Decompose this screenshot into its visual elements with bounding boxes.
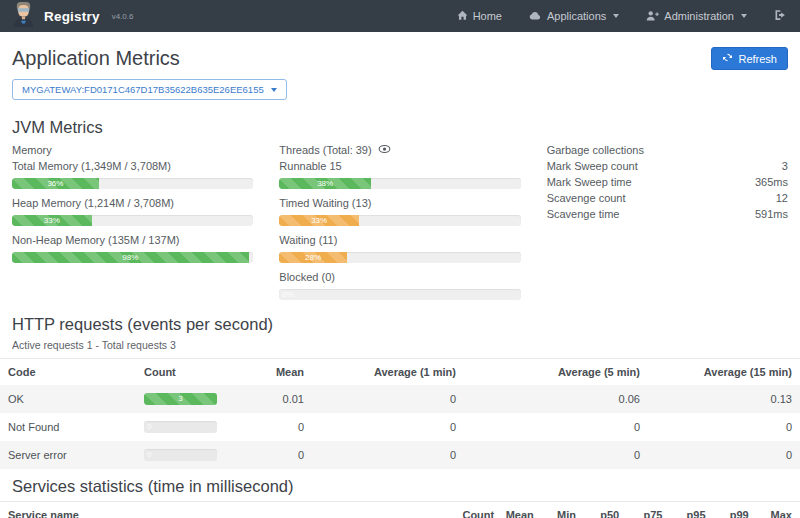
instance-selector-label: MYGATEWAY:FD0171C467D17B35622B635E26EE61… <box>22 84 264 95</box>
jvm-metrics-title: JVM Metrics <box>12 118 788 137</box>
threads-title-label: Threads (Total: 39) <box>279 142 371 158</box>
brand-name: Registry <box>44 9 100 24</box>
metric-label: Total Memory (1,349M / 3,708M) <box>12 159 253 174</box>
gc-label: Mark Sweep time <box>547 174 632 190</box>
services-table-header-row: Service name Count Mean Min p50 p75 p95 … <box>0 502 800 518</box>
col-header-service-name: Service name <box>0 502 454 518</box>
col-header-p75: p75 <box>627 502 670 518</box>
timed-waiting-bar: 33% <box>279 215 359 226</box>
progress-track: 33% <box>279 215 520 226</box>
count-bar: 0 <box>144 421 147 433</box>
gc-value: 365ms <box>755 174 788 190</box>
col-header-p99: p99 <box>714 502 757 518</box>
count-bar: 0 <box>144 449 147 461</box>
gc-value: 591ms <box>755 206 788 222</box>
brand[interactable]: Registry v4.0.6 <box>12 2 133 31</box>
col-header-mean: Mean <box>256 359 312 386</box>
http-code: Server error <box>0 441 136 469</box>
instance-selector-dropdown[interactable]: MYGATEWAY:FD0171C467D17B35622B635E26EE61… <box>12 79 287 100</box>
nav-home[interactable]: Home <box>457 10 502 23</box>
col-header-avg5: Average (5 min) <box>464 359 648 386</box>
page-title: Application Metrics <box>12 47 180 70</box>
chevron-down-icon <box>613 14 619 18</box>
col-header-min: Min <box>541 502 584 518</box>
cloud-icon <box>529 10 542 23</box>
gc-label: Scavenge time <box>547 206 620 222</box>
http-avg1: 0 <box>312 441 464 469</box>
brand-version: v4.0.6 <box>112 12 134 21</box>
sign-out-icon <box>774 9 786 23</box>
gc-column: Garbage collections Mark Sweep count 3 M… <box>547 142 788 307</box>
refresh-button[interactable]: Refresh <box>711 47 788 70</box>
http-row-ok: OK 3 0.01 0 0.06 0.13 <box>0 385 800 413</box>
col-header-count: Count <box>454 502 497 518</box>
http-requests-subtitle: Active requests 1 - Total requests 3 <box>12 339 788 351</box>
total-memory-bar: 36% <box>12 178 99 189</box>
count-bar: 3 <box>144 393 217 405</box>
metric-label: Waiting (11) <box>279 233 520 248</box>
http-code: Not Found <box>0 413 136 441</box>
http-avg15: 0 <box>648 441 800 469</box>
http-avg5: 0 <box>464 413 648 441</box>
http-avg5: 0 <box>464 441 648 469</box>
col-header-avg15: Average (15 min) <box>648 359 800 386</box>
http-row-not-found: Not Found 0 0 0 0 0 <box>0 413 800 441</box>
non-heap-memory-bar: 98% <box>12 252 249 263</box>
http-mean: 0 <box>256 413 312 441</box>
gc-row: Mark Sweep count 3 <box>547 158 788 174</box>
gc-row: Scavenge count 12 <box>547 190 788 206</box>
progress-track: 33% <box>12 215 253 226</box>
http-avg1: 0 <box>312 385 464 413</box>
home-icon <box>457 10 468 23</box>
gc-value: 12 <box>776 190 788 206</box>
jvm-metrics-grid: Memory Total Memory (1,349M / 3,708M) 36… <box>0 142 800 307</box>
chevron-down-icon <box>271 88 277 92</box>
metric-label: Timed Waiting (13) <box>279 196 520 211</box>
col-header-p50: p50 <box>584 502 627 518</box>
metric-label: Runnable 15 <box>279 159 520 174</box>
col-header-mean: Mean <box>498 502 541 518</box>
memory-title: Memory <box>12 142 253 158</box>
http-avg1: 0 <box>312 413 464 441</box>
metric-label: Heap Memory (1,214M / 3,708M) <box>12 196 253 211</box>
threads-column: Threads (Total: 39) Runnable 15 38% Time… <box>279 142 520 307</box>
progress-track: 36% <box>12 178 253 189</box>
user-plus-icon <box>646 10 659 23</box>
threads-title: Threads (Total: 39) <box>279 142 520 158</box>
count-bar-track: 3 <box>144 393 217 405</box>
http-requests-title: HTTP requests (events per second) <box>12 315 788 334</box>
gc-title: Garbage collections <box>547 142 788 158</box>
chevron-down-icon <box>741 14 747 18</box>
http-row-server-error: Server error 0 0 0 0 0 <box>0 441 800 469</box>
nav-administration[interactable]: Administration <box>646 10 747 23</box>
http-mean: 0.01 <box>256 385 312 413</box>
count-bar-track: 0 <box>144 421 217 433</box>
progress-track: 0% <box>279 289 520 300</box>
http-avg15: 0.13 <box>648 385 800 413</box>
refresh-label: Refresh <box>738 53 777 65</box>
heap-memory-bar: 33% <box>12 215 92 226</box>
http-avg15: 0 <box>648 413 800 441</box>
nav-administration-label: Administration <box>664 10 734 22</box>
http-table-header-row: Code Count Mean Average (1 min) Average … <box>0 359 800 386</box>
gc-value: 3 <box>782 158 788 174</box>
col-header-count: Count <box>136 359 256 386</box>
nav-applications[interactable]: Applications <box>529 10 619 23</box>
nav-items: Home Applications Administration <box>457 9 786 23</box>
services-statistics-title: Services statistics (time in millisecond… <box>12 477 788 496</box>
http-requests-table: Code Count Mean Average (1 min) Average … <box>0 358 800 469</box>
metric-label: Non-Heap Memory (135M / 137M) <box>12 233 253 248</box>
eye-icon[interactable] <box>378 142 391 158</box>
gc-row: Mark Sweep time 365ms <box>547 174 788 190</box>
col-header-avg1: Average (1 min) <box>312 359 464 386</box>
memory-column: Memory Total Memory (1,349M / 3,708M) 36… <box>12 142 253 307</box>
col-header-code: Code <box>0 359 136 386</box>
progress-track: 38% <box>279 178 520 189</box>
http-code: OK <box>0 385 136 413</box>
nav-home-label: Home <box>473 10 502 22</box>
waiting-bar: 28% <box>279 252 347 263</box>
refresh-icon <box>722 52 733 65</box>
col-header-p95: p95 <box>670 502 713 518</box>
progress-track: 98% <box>12 252 253 263</box>
nav-logout[interactable] <box>774 9 786 23</box>
